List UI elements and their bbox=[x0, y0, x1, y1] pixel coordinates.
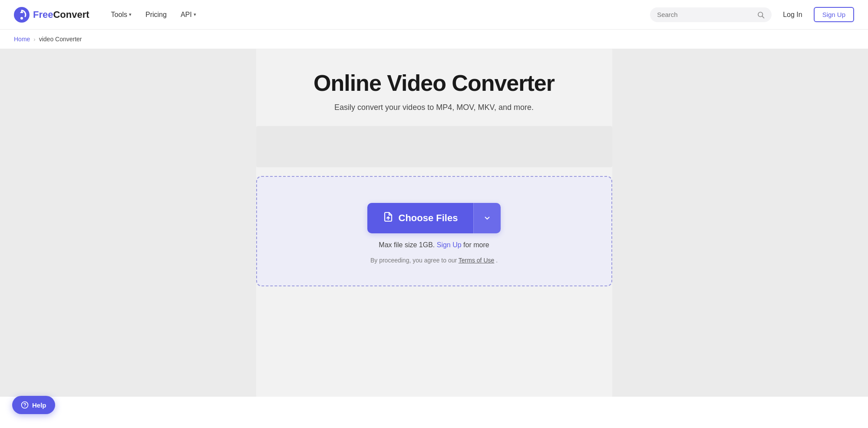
file-size-note: Max file size 1GB. Sign Up for more bbox=[379, 241, 489, 249]
page-subtitle: Easily convert your videos to MP4, MOV, … bbox=[334, 103, 534, 112]
file-upload-icon bbox=[383, 212, 393, 225]
ad-banner bbox=[256, 126, 612, 167]
signup-link[interactable]: Sign Up bbox=[437, 241, 462, 249]
signup-button[interactable]: Sign Up bbox=[814, 7, 854, 22]
tools-chevron-icon: ▾ bbox=[129, 12, 132, 17]
search-bar[interactable] bbox=[650, 7, 772, 22]
terms-link[interactable]: Terms of Use bbox=[459, 257, 494, 264]
api-chevron-icon: ▾ bbox=[194, 12, 196, 17]
search-button[interactable] bbox=[757, 11, 765, 19]
page-title: Online Video Converter bbox=[314, 70, 554, 96]
dropzone[interactable]: Choose Files Max file size 1GB. Sign Up … bbox=[256, 176, 612, 286]
navbar: FreeConvert Tools ▾ Pricing API ▾ Log In… bbox=[0, 0, 868, 30]
nav-tools[interactable]: Tools ▾ bbox=[105, 7, 138, 22]
choose-files-row: Choose Files bbox=[367, 203, 501, 233]
svg-point-0 bbox=[14, 7, 30, 23]
nav-right: Log In Sign Up bbox=[650, 7, 854, 22]
choose-files-button[interactable]: Choose Files bbox=[367, 203, 474, 233]
breadcrumb: Home › video Converter bbox=[0, 30, 868, 49]
help-button[interactable]: Help bbox=[12, 396, 55, 397]
main-panel: Online Video Converter Easily convert yo… bbox=[256, 49, 612, 397]
breadcrumb-current: video Converter bbox=[39, 36, 82, 43]
nav-api[interactable]: API ▾ bbox=[175, 7, 202, 22]
breadcrumb-home[interactable]: Home bbox=[14, 36, 30, 43]
svg-line-3 bbox=[762, 16, 764, 18]
left-side-panel bbox=[0, 49, 256, 397]
search-icon bbox=[757, 11, 765, 19]
svg-point-1 bbox=[20, 17, 23, 20]
logo-text: FreeConvert bbox=[33, 9, 89, 20]
logo-icon bbox=[14, 7, 30, 23]
terms-note: By proceeding, you agree to our Terms of… bbox=[370, 257, 498, 264]
breadcrumb-separator: › bbox=[33, 36, 35, 43]
choose-files-dropdown-button[interactable] bbox=[474, 203, 501, 233]
dropdown-chevron-icon bbox=[483, 214, 491, 222]
nav-pricing[interactable]: Pricing bbox=[139, 7, 173, 22]
main-layout: Online Video Converter Easily convert yo… bbox=[0, 49, 868, 397]
upload-icon bbox=[383, 212, 393, 222]
search-input[interactable] bbox=[657, 11, 752, 18]
login-button[interactable]: Log In bbox=[779, 8, 806, 21]
right-side-panel bbox=[612, 49, 868, 397]
logo-link[interactable]: FreeConvert bbox=[14, 7, 89, 23]
nav-links: Tools ▾ Pricing API ▾ bbox=[105, 7, 650, 22]
